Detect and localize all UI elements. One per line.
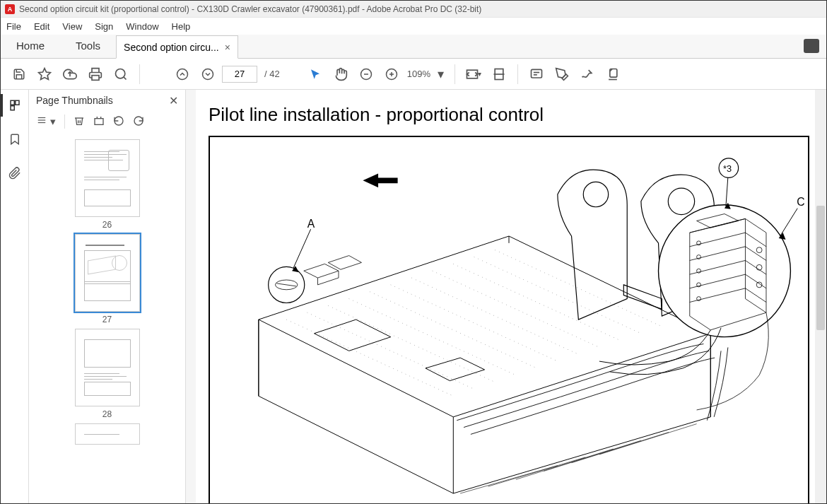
- thumbnail-27[interactable]: 27: [74, 234, 141, 324]
- bookmark-rail-icon[interactable]: [5, 129, 25, 149]
- svg-rect-20: [15, 100, 18, 105]
- star-icon[interactable]: [33, 63, 56, 86]
- svg-point-2: [116, 69, 125, 78]
- document-viewport[interactable]: Pilot line installation - proportional c…: [186, 90, 826, 504]
- comment-icon[interactable]: [525, 63, 548, 86]
- thumbnail-toolbar: ▾: [29, 111, 185, 132]
- menu-file[interactable]: File: [6, 21, 21, 32]
- zoom-dropdown-icon[interactable]: ▾: [435, 63, 447, 86]
- menu-view[interactable]: View: [62, 21, 82, 32]
- svg-point-4: [177, 69, 188, 79]
- svg-line-47: [726, 177, 728, 206]
- thumbnail-delete-icon[interactable]: [74, 115, 85, 129]
- technical-drawing: A: [209, 136, 809, 504]
- thumbnail-panel: Page Thumbnails ✕ ▾: [29, 90, 186, 504]
- tab-document[interactable]: Second option circu... ×: [116, 35, 238, 59]
- svg-line-36: [293, 229, 311, 268]
- svg-marker-37: [292, 266, 299, 272]
- thumbnail-title: Page Thumbnails: [36, 95, 113, 106]
- thumbnail-options-icon[interactable]: ▾: [36, 115, 56, 128]
- tab-tools[interactable]: Tools: [60, 33, 116, 58]
- corner-mark: [0, 0, 9, 9]
- menu-window[interactable]: Window: [126, 21, 158, 32]
- tab-close-icon[interactable]: ×: [225, 42, 230, 53]
- thumbnail-label: 27: [74, 315, 141, 324]
- corner-mark: [818, 0, 827, 9]
- thumbnails-rail-icon[interactable]: [5, 95, 25, 115]
- svg-rect-14: [531, 69, 541, 78]
- sign-icon[interactable]: [576, 63, 599, 86]
- thumbnail-undo-icon[interactable]: [113, 115, 124, 129]
- svg-point-38: [659, 205, 791, 337]
- menu-sign[interactable]: Sign: [95, 21, 113, 32]
- window-title: Second option circuit kit (proportional …: [19, 4, 481, 14]
- cloud-icon[interactable]: [59, 63, 81, 86]
- tab-document-label: Second option circu...: [124, 42, 219, 53]
- callout-c: C: [797, 196, 804, 208]
- scrollbar-thumb[interactable]: [816, 206, 825, 330]
- svg-rect-19: [11, 100, 14, 105]
- svg-line-35: [276, 283, 296, 286]
- attachment-rail-icon[interactable]: [5, 163, 25, 183]
- tab-bar: Home Tools Second option circu... ×: [1, 35, 826, 59]
- page-total-label: / 42: [264, 69, 280, 79]
- tab-home[interactable]: Home: [1, 33, 60, 58]
- thumbnail-header: Page Thumbnails ✕: [29, 90, 185, 111]
- document-page: Pilot line installation - proportional c…: [196, 90, 822, 504]
- page-up-icon[interactable]: [171, 63, 194, 86]
- svg-point-5: [203, 69, 213, 79]
- zoom-out-icon[interactable]: [355, 63, 377, 86]
- toolbar: / 42 109% ▾ ▾: [1, 59, 826, 90]
- vertical-scrollbar[interactable]: [815, 90, 826, 504]
- stamp-icon[interactable]: [602, 63, 624, 86]
- callout-a: A: [307, 218, 315, 230]
- print-icon[interactable]: [84, 63, 107, 86]
- save-icon[interactable]: [8, 63, 30, 86]
- svg-rect-21: [11, 106, 14, 110]
- thumbnail-28[interactable]: 28: [74, 329, 141, 419]
- menu-bar: File Edit View Sign Window Help: [1, 18, 826, 35]
- left-nav-rail: [1, 90, 29, 504]
- thumbnail-29-partial[interactable]: [74, 423, 141, 445]
- svg-marker-0: [39, 68, 51, 79]
- thumbnail-close-icon[interactable]: ✕: [169, 94, 178, 107]
- menu-edit[interactable]: Edit: [34, 21, 49, 32]
- svg-rect-27: [95, 118, 103, 124]
- title-bar: A Second option circuit kit (proportiona…: [1, 1, 826, 18]
- thumbnail-label: 28: [74, 409, 141, 419]
- hand-tool-icon[interactable]: [329, 63, 352, 86]
- search-icon[interactable]: [110, 63, 132, 86]
- main-area: Page Thumbnails ✕ ▾: [1, 90, 826, 504]
- page-number-input[interactable]: [222, 66, 257, 83]
- corner-mark: [818, 495, 827, 504]
- thumbnail-list[interactable]: 26 27: [29, 132, 185, 504]
- page-heading: Pilot line installation - proportional c…: [209, 104, 809, 126]
- svg-rect-11: [467, 70, 478, 78]
- menu-help[interactable]: Help: [172, 21, 191, 32]
- zoom-in-icon[interactable]: [380, 63, 403, 86]
- thumbnail-label: 26: [74, 220, 141, 230]
- svg-point-31: [583, 182, 608, 206]
- page-down-icon[interactable]: [197, 63, 219, 86]
- svg-point-32: [668, 188, 694, 214]
- fit-width-icon[interactable]: ▾: [462, 63, 485, 86]
- zoom-value[interactable]: 109%: [407, 69, 430, 79]
- thumbnail-redo-icon[interactable]: [133, 115, 144, 129]
- fit-page-icon[interactable]: [488, 63, 510, 86]
- callout-star3: *3: [723, 163, 732, 174]
- svg-marker-30: [363, 174, 397, 188]
- share-feedback-icon[interactable]: [804, 39, 819, 53]
- svg-rect-1: [92, 75, 99, 80]
- pointer-icon[interactable]: [304, 63, 327, 86]
- thumbnail-view-icon[interactable]: [93, 115, 105, 129]
- thumbnail-26[interactable]: 26: [74, 139, 141, 230]
- highlight-icon[interactable]: [551, 63, 573, 86]
- svg-line-50: [780, 209, 798, 236]
- svg-line-3: [124, 76, 127, 79]
- corner-mark: [0, 495, 9, 504]
